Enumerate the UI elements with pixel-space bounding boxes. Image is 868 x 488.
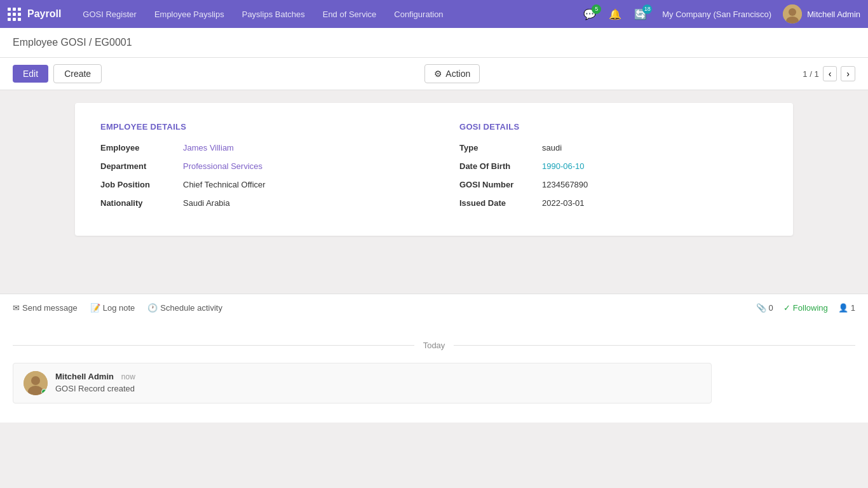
department-field-row: Department Professional Services	[100, 161, 409, 171]
gear-icon: ⚙	[434, 69, 442, 79]
type-field-row: Type saudi	[459, 143, 768, 152]
employee-field-row: Employee James Villiam	[100, 143, 409, 152]
gosi-number-field-row: GOSI Number 1234567890	[459, 180, 768, 189]
schedule-activity-button[interactable]: 🕐 Schedule activity	[147, 301, 222, 315]
check-icon: ✓	[783, 303, 790, 313]
department-value[interactable]: Professional Services	[183, 161, 262, 171]
nationality-field-row: Nationality Saudi Arabia	[100, 198, 409, 208]
create-button[interactable]: Create	[53, 64, 102, 83]
messages-area: Today Mitchell Admin now GOSI Record cre…	[0, 322, 868, 423]
message-time: now	[121, 372, 135, 381]
gosi-section-title: GOSI Details	[459, 122, 768, 132]
paperclip-icon: 📎	[756, 303, 766, 313]
dob-label: Date Of Birth	[459, 161, 542, 171]
svg-point-4	[31, 376, 40, 385]
next-page-button[interactable]: ›	[841, 66, 855, 81]
nationality-label: Nationality	[100, 198, 183, 208]
nav-configuration[interactable]: Configuration	[385, 0, 452, 28]
navbar-right: 💬 5 🔔 🔄 18 My Company (San Francisco) Mi…	[580, 4, 860, 24]
log-note-icon: 📝	[90, 303, 100, 313]
clock-icon: 🕐	[147, 303, 158, 313]
employee-section-title: Employee Details	[100, 122, 409, 132]
online-indicator	[41, 389, 47, 395]
followers-count[interactable]: 👤 1	[838, 303, 855, 313]
form-card: Employee Details Employee James Villiam …	[75, 103, 793, 236]
job-position-value: Chief Technical Officer	[183, 180, 266, 189]
messages-icon-btn[interactable]: 💬 5	[580, 6, 600, 23]
nav-payslips-batches[interactable]: Payslips Batches	[233, 0, 314, 28]
nav-end-of-service[interactable]: End of Service	[314, 0, 386, 28]
form-sections: Employee Details Employee James Villiam …	[100, 122, 768, 217]
message-content: Mitchell Admin now GOSI Record created	[55, 371, 135, 395]
gosi-number-value: 1234567890	[542, 180, 588, 189]
gosi-number-label: GOSI Number	[459, 180, 542, 189]
app-brand[interactable]: Payroll	[27, 8, 61, 20]
today-divider: Today	[13, 341, 855, 350]
issued-date-value: 2022-03-01	[542, 198, 585, 208]
log-note-button[interactable]: 📝 Log note	[90, 301, 135, 315]
toolbar: Edit Create ⚙ Action 1 / 1 ‹ ›	[0, 58, 868, 90]
gosi-section: GOSI Details Type saudi Date Of Birth 19…	[459, 122, 768, 217]
apps-menu-icon[interactable]	[8, 8, 21, 21]
updates-icon-btn[interactable]: 🔄 18	[630, 6, 651, 23]
updates-badge: 18	[642, 4, 652, 14]
pagination: 1 / 1 ‹ ›	[803, 66, 855, 81]
nav-gosi-register[interactable]: GOSI Register	[74, 0, 146, 28]
chatter-right: 📎 0 ✓ Following 👤 1	[756, 301, 855, 315]
company-name[interactable]: My Company (San Francisco)	[662, 10, 771, 19]
svg-point-1	[789, 8, 796, 16]
job-position-label: Job Position	[100, 180, 183, 189]
message-author: Mitchell Admin	[55, 372, 114, 381]
employee-section: Employee Details Employee James Villiam …	[100, 122, 409, 217]
issued-date-field-row: Issued Date 2022-03-01	[459, 198, 768, 208]
nationality-value: Saudi Arabia	[183, 198, 230, 208]
send-message-button[interactable]: ✉ Send message	[13, 301, 78, 315]
messages-badge: 5	[592, 4, 601, 14]
dob-field-row: Date Of Birth 1990-06-10	[459, 161, 768, 171]
main-area: Employee Details Employee James Villiam …	[0, 90, 868, 294]
navbar: Payroll GOSI Register Employee Payslips …	[0, 0, 868, 28]
dob-value[interactable]: 1990-06-10	[542, 161, 585, 171]
chatter-bar: ✉ Send message 📝 Log note 🕐 Schedule act…	[0, 294, 868, 322]
navbar-menu: GOSI Register Employee Payslips Payslips…	[74, 0, 580, 28]
department-label: Department	[100, 161, 183, 171]
nav-employee-payslips[interactable]: Employee Payslips	[146, 0, 233, 28]
issued-date-label: Issued Date	[459, 198, 542, 208]
job-position-field-row: Job Position Chief Technical Officer	[100, 180, 409, 189]
type-label: Type	[459, 143, 542, 152]
prev-page-button[interactable]: ‹	[823, 66, 837, 81]
employee-label: Employee	[100, 143, 183, 152]
message-text: GOSI Record created	[55, 384, 135, 393]
message-item: Mitchell Admin now GOSI Record created	[13, 363, 712, 403]
user-avatar[interactable]	[783, 4, 802, 24]
action-button[interactable]: ⚙ Action	[424, 64, 480, 83]
person-icon: 👤	[838, 303, 848, 313]
message-avatar	[24, 371, 48, 395]
type-value: saudi	[542, 143, 562, 152]
username: Mitchell Admin	[807, 10, 860, 19]
attachments-count[interactable]: 📎 0	[756, 301, 773, 315]
following-button[interactable]: ✓ Following	[783, 303, 828, 313]
send-message-icon: ✉	[13, 303, 20, 313]
breadcrumb: Employee GOSI / EG0001	[0, 28, 868, 58]
notifications-icon-btn[interactable]: 🔔	[605, 6, 625, 23]
edit-button[interactable]: Edit	[13, 65, 48, 83]
employee-value[interactable]: James Villiam	[183, 143, 234, 152]
